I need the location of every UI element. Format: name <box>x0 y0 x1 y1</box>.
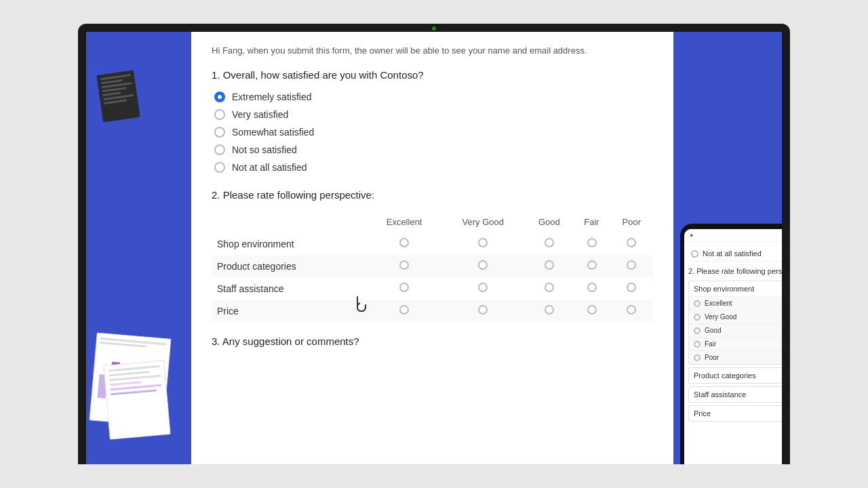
rating-table: Excellent Very Good Good Fair Poor Shop … <box>212 211 653 322</box>
radio-price-poor[interactable] <box>627 305 636 314</box>
question-3-section: 3. Any suggestion or comments? <box>212 336 653 347</box>
mobile-option-fair[interactable]: Fair <box>689 337 782 350</box>
question-2-title: 2. Please rate following perspective: <box>212 189 653 201</box>
form-area: Hi Fang, when you submit this form, the … <box>191 32 673 464</box>
question-3-title: 3. Any suggestion or comments? <box>212 336 653 347</box>
radio-staff-good[interactable] <box>545 283 554 292</box>
mobile-staff-label: Staff assistance <box>694 390 746 399</box>
col-header-poor: Poor <box>610 211 653 232</box>
option-somewhat-satisfied[interactable]: Somewhat satisfied <box>214 127 653 138</box>
table-row: Product categories <box>212 255 653 277</box>
mobile-shop-label: Shop environment <box>694 285 754 293</box>
mobile-product-label: Product categories <box>694 371 756 380</box>
mobile-radio-not-satisfied[interactable] <box>691 250 698 258</box>
mobile-form: Not at all satisfied 2. Please rate foll… <box>684 242 782 428</box>
radio-shop-excellent[interactable] <box>399 238 409 247</box>
radio-not-at-all-satisfied[interactable] <box>214 162 225 173</box>
row-price: Price <box>212 300 368 322</box>
row-product-categories: Product categories <box>212 255 368 277</box>
radio-product-excellent[interactable] <box>399 260 409 270</box>
question-2-section: 2. Please rate following perspective: Ex… <box>212 189 653 322</box>
radio-staff-excellent[interactable] <box>399 283 409 292</box>
mobile-product-accordion: Product categories ▼ <box>688 367 782 384</box>
mobile-price-header[interactable]: Price ▼ <box>689 406 782 421</box>
radio-price-excellent[interactable] <box>399 305 409 314</box>
col-header-empty <box>212 211 368 232</box>
radio-staff-fair[interactable] <box>587 283 597 292</box>
laptop-frame: Hi Fang, when you submit this form, the … <box>78 24 790 464</box>
info-text: Hi Fang, when you submit this form, the … <box>212 45 653 56</box>
radio-price-very-good[interactable] <box>478 305 488 314</box>
col-header-good: Good <box>525 211 573 232</box>
mobile-option-poor[interactable]: Poor <box>689 350 782 364</box>
mobile-option-very-good[interactable]: Very Good <box>689 310 782 323</box>
table-row: Price <box>212 300 653 322</box>
webcam-dot <box>432 26 436 30</box>
mobile-label-not-satisfied: Not at all satisfied <box>703 249 762 258</box>
laptop-screen: Hi Fang, when you submit this form, the … <box>86 32 782 464</box>
option-not-at-all-satisfied[interactable]: Not at all satisfied <box>214 162 653 173</box>
radio-price-good[interactable] <box>545 305 554 314</box>
right-sidebar: ● Not at all satisfied 2. Please rate fo… <box>673 32 782 464</box>
mobile-price-label: Price <box>694 409 711 418</box>
mobile-not-satisfied-row: Not at all satisfied <box>688 246 782 262</box>
row-staff-assistance: Staff assistance <box>212 277 368 300</box>
mobile-option-excellent[interactable]: Excellent <box>689 296 782 310</box>
option-extremely-satisfied[interactable]: Extremely satisfied <box>214 92 653 102</box>
col-header-very-good: Very Good <box>441 211 525 232</box>
mobile-shop-header[interactable]: Shop environment ▲ <box>689 281 782 296</box>
radio-somewhat-satisfied[interactable] <box>214 127 225 138</box>
question-1-section: 1. Overall, how satisfied are you with C… <box>212 69 653 173</box>
label-somewhat-satisfied: Somewhat satisfied <box>232 127 314 138</box>
mobile-product-header[interactable]: Product categories ▼ <box>689 368 782 383</box>
radio-not-so-satisfied[interactable] <box>214 144 225 155</box>
radio-product-good[interactable] <box>545 260 554 270</box>
option-not-so-satisfied[interactable]: Not so satisfied <box>214 144 653 155</box>
mobile-staff-accordion: Staff assistance ▼ <box>688 386 782 403</box>
label-not-so-satisfied: Not so satisfied <box>232 144 297 155</box>
radio-shop-poor[interactable] <box>627 238 636 247</box>
left-sidebar <box>86 32 191 464</box>
option-very-satisfied[interactable]: Very satisfied <box>214 109 653 120</box>
mobile-price-accordion: Price ▼ <box>688 405 782 422</box>
radio-shop-good[interactable] <box>545 238 554 247</box>
radio-staff-very-good[interactable] <box>478 283 488 292</box>
mobile-staff-header[interactable]: Staff assistance ▼ <box>689 387 782 402</box>
radio-product-poor[interactable] <box>627 260 636 270</box>
radio-extremely-satisfied[interactable] <box>214 92 225 102</box>
radio-product-very-good[interactable] <box>478 260 488 270</box>
radio-shop-fair[interactable] <box>587 238 597 247</box>
table-row: Shop environment <box>212 232 653 255</box>
radio-shop-very-good[interactable] <box>478 238 488 247</box>
mobile-frame: ● Not at all satisfied 2. Please rate fo… <box>680 224 782 464</box>
label-extremely-satisfied: Extremely satisfied <box>232 92 311 102</box>
radio-staff-poor[interactable] <box>627 283 636 292</box>
question-1-options: Extremely satisfied Very satisfied Somew… <box>214 92 653 173</box>
mobile-shop-accordion: Shop environment ▲ Excellent <box>688 281 782 365</box>
mobile-q2-label: 2. Please rate following perspective: <box>688 266 782 277</box>
radio-very-satisfied[interactable] <box>214 109 225 120</box>
radio-price-fair[interactable] <box>587 305 597 314</box>
col-header-fair: Fair <box>573 211 610 232</box>
row-shop-environment: Shop environment <box>212 232 368 255</box>
question-1-title: 1. Overall, how satisfied are you with C… <box>212 69 653 81</box>
mobile-shop-options: Excellent Very Good Good <box>689 296 782 364</box>
mobile-option-good[interactable]: Good <box>689 323 782 337</box>
mobile-screen: ● Not at all satisfied 2. Please rate fo… <box>684 229 782 464</box>
radio-product-fair[interactable] <box>587 260 597 270</box>
table-row: Staff assistance <box>212 277 653 300</box>
col-header-excellent: Excellent <box>368 211 441 232</box>
label-not-at-all-satisfied: Not at all satisfied <box>232 162 307 173</box>
label-very-satisfied: Very satisfied <box>232 109 288 120</box>
